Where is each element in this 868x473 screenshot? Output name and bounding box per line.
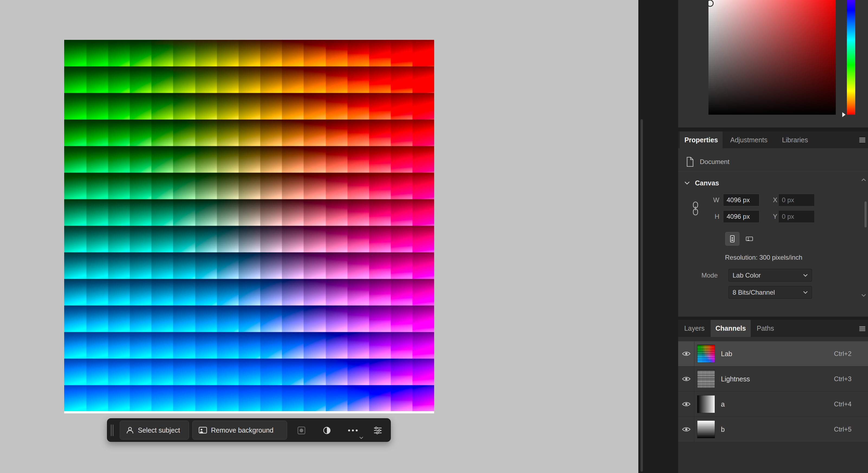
tab-channels[interactable]: Channels — [711, 320, 751, 337]
tab-adjustments[interactable]: Adjustments — [722, 131, 775, 148]
remove-background-button[interactable]: Remove background — [192, 421, 287, 440]
channel-row-lab[interactable]: Lab Ctrl+2 — [678, 341, 868, 366]
more-options-button[interactable] — [346, 418, 360, 442]
panel-column: Properties Adjustments Libraries — [678, 0, 868, 473]
channel-name: Lab — [721, 350, 732, 358]
x-input[interactable] — [778, 194, 815, 206]
x-label: X — [764, 194, 777, 206]
photoshop-window: Select subject Remove background — [0, 0, 868, 473]
tab-adjustments-label: Adjustments — [730, 136, 768, 144]
properties-panel-menu-button[interactable] — [859, 131, 866, 148]
document-label: Document — [700, 158, 729, 166]
tab-paths-label: Paths — [757, 324, 774, 332]
channels-panel: Layers Channels Paths — [678, 320, 868, 473]
channel-thumbnail[interactable] — [697, 395, 715, 413]
hue-slider-marker[interactable] — [842, 112, 845, 117]
channel-list: Lab Ctrl+2 Lightness Ctrl+3 — [678, 341, 868, 442]
lab-gradient-grid-image[interactable] — [64, 40, 434, 411]
color-field-cursor[interactable] — [707, 0, 714, 7]
channel-shortcut: Ctrl+5 — [834, 425, 851, 433]
orientation-portrait-button[interactable] — [725, 232, 739, 245]
height-input[interactable] — [723, 210, 760, 223]
properties-scrollbar-thumb[interactable] — [865, 201, 867, 228]
saturation-brightness-field[interactable] — [709, 0, 836, 115]
remove-background-label: Remove background — [211, 426, 274, 434]
color-picker-panel — [678, 0, 868, 127]
channel-thumbnail[interactable] — [697, 370, 715, 388]
height-label: H — [706, 210, 719, 223]
document-type-row[interactable]: Document — [686, 155, 837, 169]
taskbar-settings-button[interactable] — [371, 418, 385, 442]
channels-tabstrip: Layers Channels Paths — [678, 320, 868, 337]
divider — [678, 171, 868, 171]
portrait-orientation-icon — [729, 235, 736, 243]
resolution-text: Resolution: 300 pixels/inch — [725, 254, 802, 261]
scroll-down-button[interactable] — [860, 292, 867, 298]
tab-libraries[interactable]: Libraries — [775, 131, 815, 148]
chevron-down-icon — [684, 181, 690, 185]
taskbar-drag-handle-icon[interactable] — [111, 424, 114, 436]
person-icon — [126, 426, 134, 434]
properties-panel: Properties Adjustments Libraries — [678, 131, 868, 317]
link-icon — [691, 201, 700, 216]
channel-shortcut: Ctrl+3 — [834, 375, 851, 383]
tab-layers[interactable]: Layers — [679, 320, 710, 337]
channel-name: b — [721, 425, 725, 434]
width-label: W — [706, 194, 719, 206]
canvas-work-area[interactable]: Select subject Remove background — [0, 0, 638, 473]
tab-properties[interactable]: Properties — [680, 131, 722, 148]
collapse-bar-icon[interactable] — [359, 436, 364, 439]
document-icon — [686, 156, 694, 167]
y-label: Y — [764, 210, 777, 223]
channel-row-b[interactable]: b Ctrl+5 — [678, 417, 868, 442]
tab-paths[interactable]: Paths — [752, 320, 779, 337]
tab-layers-label: Layers — [684, 324, 705, 332]
visibility-toggle[interactable] — [678, 417, 694, 442]
eye-icon — [682, 402, 691, 407]
tab-libraries-label: Libraries — [782, 136, 808, 144]
create-mask-button[interactable] — [295, 418, 308, 442]
color-mode-dropdown[interactable]: Lab Color — [728, 269, 812, 282]
contextual-taskbar: Select subject Remove background — [107, 418, 391, 442]
three-dots-icon — [347, 429, 358, 432]
chevron-down-icon — [803, 274, 808, 277]
orientation-landscape-button[interactable] — [742, 232, 756, 245]
channel-thumbnail[interactable] — [697, 420, 715, 438]
eye-icon — [682, 427, 691, 432]
half-circle-icon — [323, 426, 331, 435]
color-mode-value: Lab Color — [733, 272, 761, 279]
bit-depth-dropdown[interactable]: 8 Bits/Channel — [728, 286, 812, 299]
properties-tabstrip: Properties Adjustments Libraries — [678, 131, 868, 148]
tab-channels-label: Channels — [715, 324, 746, 332]
visibility-toggle[interactable] — [678, 341, 694, 366]
eye-icon — [682, 351, 691, 356]
mode-label: Mode — [702, 269, 718, 282]
eye-icon — [682, 376, 691, 382]
panel-menu-icon — [859, 326, 866, 331]
canvas-section-header[interactable]: Canvas — [684, 178, 719, 188]
constrain-proportions-button[interactable] — [691, 201, 700, 216]
canvas-section-title: Canvas — [695, 179, 719, 187]
visibility-toggle[interactable] — [678, 366, 694, 391]
panel-gutter — [638, 0, 678, 473]
channels-panel-menu-button[interactable] — [859, 320, 866, 337]
adjustments-button[interactable] — [320, 418, 333, 442]
document-view[interactable] — [64, 40, 434, 413]
hue-slider[interactable] — [847, 0, 855, 115]
chevron-down-icon — [803, 291, 808, 294]
channel-thumbnail[interactable] — [697, 345, 715, 363]
y-input[interactable] — [778, 210, 815, 223]
visibility-toggle[interactable] — [678, 392, 694, 417]
select-subject-button[interactable]: Select subject — [120, 421, 189, 440]
document-vertical-scrollbar[interactable] — [641, 119, 643, 472]
width-input[interactable] — [723, 194, 760, 206]
bit-depth-value: 8 Bits/Channel — [733, 289, 775, 296]
sliders-icon — [373, 426, 382, 435]
channel-row-a[interactable]: a Ctrl+4 — [678, 392, 868, 417]
chevron-up-icon — [861, 178, 866, 181]
scroll-up-button[interactable] — [860, 176, 867, 183]
chevron-down-icon — [861, 294, 866, 297]
channel-row-lightness[interactable]: Lightness Ctrl+3 — [678, 366, 868, 392]
landscape-orientation-icon — [745, 235, 753, 242]
channel-name: a — [721, 401, 725, 408]
